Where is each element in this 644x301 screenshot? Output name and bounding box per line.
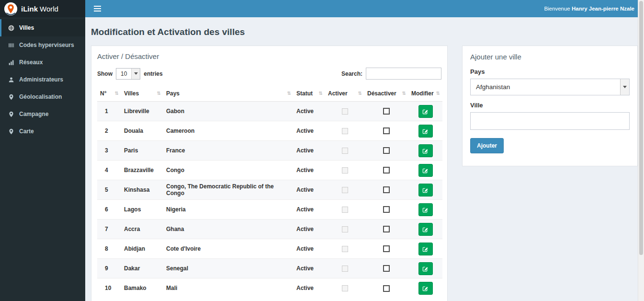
cell-numero: 10: [97, 278, 121, 298]
column-header[interactable]: Pays ⇅: [163, 86, 294, 102]
modifier-button[interactable]: [418, 184, 433, 197]
page-title: Modification et Activation des villes: [91, 27, 632, 37]
sort-icon: ⇅: [436, 91, 440, 96]
sidebar-item[interactable]: Réseaux: [0, 54, 85, 71]
edit-icon: [422, 226, 429, 232]
table-row: 1 Libreville Gabon Active: [97, 102, 442, 121]
cell-numero: 2: [97, 121, 121, 141]
column-header[interactable]: Désactiver ⇅: [364, 86, 408, 102]
desactiver-checkbox[interactable]: [383, 127, 390, 134]
cell-statut: Active: [294, 161, 325, 180]
cell-numero: 1: [97, 102, 121, 121]
cell-numero: 8: [97, 239, 121, 259]
sidebar-item[interactable]: Carte: [0, 123, 85, 140]
sort-icon: ⇅: [319, 91, 323, 96]
modifier-button[interactable]: [418, 105, 433, 118]
modifier-button[interactable]: [418, 223, 433, 236]
table-row: 9 Dakar Senegal Active: [97, 259, 442, 278]
brand-logo-icon: [4, 2, 17, 15]
activer-checkbox[interactable]: [342, 128, 348, 134]
cell-pays: Senegal: [163, 259, 294, 278]
sort-icon: ⇅: [115, 91, 119, 96]
edit-icon: [422, 108, 429, 115]
table-row: 5 Kinshasa Congo, The Democratic Republi…: [97, 180, 442, 200]
app-logo[interactable]: iLinkWorld: [0, 0, 85, 17]
sidebar-item[interactable]: Administrateurs: [0, 71, 85, 88]
activer-checkbox[interactable]: [342, 266, 348, 272]
column-header[interactable]: Statut ⇅: [294, 86, 325, 102]
activer-checkbox[interactable]: [342, 226, 348, 232]
modifier-button[interactable]: [418, 282, 433, 295]
cities-table: N° ⇅ Villes ⇅ Pays: [97, 86, 442, 298]
table-row: 10 Bamako Mali Active: [97, 278, 442, 298]
cell-statut: Active: [294, 278, 325, 298]
sidebar-item[interactable]: Codes hyperviseurs: [0, 36, 85, 54]
map-pin-icon: [8, 111, 15, 117]
cell-statut: Active: [294, 239, 325, 259]
activer-checkbox[interactable]: [342, 108, 348, 115]
sidebar-item[interactable]: Villes: [0, 19, 85, 36]
cell-ville: Accra: [121, 220, 163, 239]
table-row: 7 Accra Ghana Active: [97, 220, 442, 239]
cell-ville: Dakar: [121, 259, 163, 278]
desactiver-checkbox[interactable]: [383, 147, 390, 154]
activer-checkbox[interactable]: [342, 187, 348, 193]
show-label: Show: [97, 70, 113, 77]
cell-numero: 7: [97, 220, 121, 239]
desactiver-checkbox[interactable]: [383, 206, 390, 213]
column-header[interactable]: Modifier ⇅: [408, 86, 442, 102]
cell-pays: Gabon: [163, 102, 294, 121]
activer-checkbox[interactable]: [342, 148, 348, 154]
desactiver-checkbox[interactable]: [383, 265, 390, 272]
activer-checkbox[interactable]: [342, 246, 348, 252]
modifier-button[interactable]: [418, 243, 433, 255]
desactiver-checkbox[interactable]: [383, 285, 390, 292]
modifier-button[interactable]: [418, 125, 433, 138]
welcome-text: Bienvenue Hanry Jean-pierre Nzale: [544, 6, 634, 12]
column-header[interactable]: Activer ⇅: [325, 86, 364, 102]
desactiver-checkbox[interactable]: [383, 186, 390, 193]
desactiver-checkbox[interactable]: [383, 167, 390, 174]
activer-checkbox[interactable]: [342, 167, 348, 174]
cell-numero: 6: [97, 200, 121, 220]
cell-statut: Active: [294, 259, 325, 278]
column-header[interactable]: N° ⇅: [97, 86, 121, 102]
cell-pays: Cote d'Ivoire: [163, 239, 294, 259]
sidebar-item[interactable]: Géolocalisation: [0, 88, 85, 105]
desactiver-checkbox[interactable]: [383, 108, 390, 115]
page-length-select[interactable]: 10: [116, 68, 140, 80]
search-input[interactable]: [366, 68, 441, 80]
column-header[interactable]: Villes ⇅: [121, 86, 163, 102]
city-input[interactable]: [470, 112, 630, 130]
activer-checkbox[interactable]: [342, 207, 348, 213]
edit-icon: [422, 148, 429, 154]
sidebar-item[interactable]: Campagne: [0, 105, 85, 123]
cell-statut: Active: [294, 102, 325, 121]
cell-numero: 4: [97, 161, 121, 180]
cell-ville: Abidjan: [121, 239, 163, 259]
country-select[interactable]: Afghanistan: [470, 79, 630, 95]
table-row: 3 Paris France Active: [97, 141, 442, 161]
scrollbar-thumb[interactable]: [639, 1, 643, 255]
modifier-button[interactable]: [418, 262, 433, 275]
sidebar-toggle-icon[interactable]: [93, 4, 102, 13]
desactiver-checkbox[interactable]: [383, 245, 390, 252]
ajouter-button[interactable]: Ajouter: [470, 138, 504, 153]
sidebar-item-label: Géolocalisation: [19, 93, 62, 100]
scrollbar[interactable]: [638, 0, 644, 301]
modifier-button[interactable]: [418, 164, 433, 177]
modifier-button[interactable]: [418, 203, 433, 216]
map-pin-icon: [8, 94, 15, 100]
activer-checkbox[interactable]: [342, 285, 348, 291]
table-row: 4 Brazzaville Congo Active: [97, 161, 442, 180]
cell-ville: Kinshasa: [121, 180, 163, 200]
desactiver-checkbox[interactable]: [383, 226, 390, 232]
modifier-button[interactable]: [418, 144, 433, 157]
cell-ville: Libreville: [121, 102, 163, 121]
edit-icon: [422, 207, 429, 213]
main-content: Modification et Activation des villes Ac…: [85, 17, 644, 301]
cell-statut: Active: [294, 141, 325, 161]
cell-ville: Bamako: [121, 278, 163, 298]
user-icon: [8, 77, 15, 83]
sidebar-item-label: Campagne: [19, 111, 48, 117]
